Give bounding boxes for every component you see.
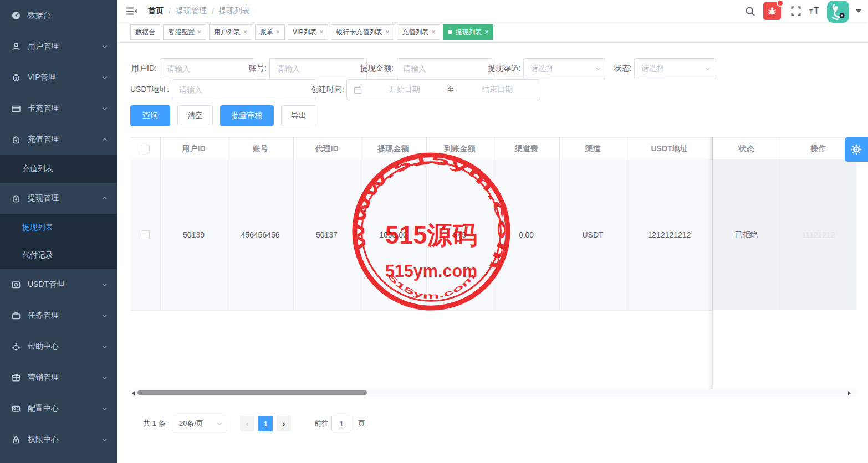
tag-dashboard[interactable]: 数据台 [130,24,160,40]
sidebar-subitem-recharge-list[interactable]: 充值列表 [0,155,117,183]
page-size-select[interactable]: 20条/页 [172,416,227,431]
chevron-down-icon [101,312,108,319]
horizontal-scrollbar[interactable] [130,389,856,397]
column-header-agent-id: 代理ID [294,138,360,160]
tag-vip-list[interactable]: VIP列表× [288,24,328,40]
sidebar-item-help[interactable]: 帮助中心 [0,331,117,362]
tag-close-icon[interactable]: × [484,29,488,35]
sidebar-item-marketing[interactable]: 营销管理 [0,362,117,393]
cell-channel-fee: 0.00 [493,159,560,310]
tag-close-icon[interactable]: × [385,29,389,35]
query-button[interactable]: 查询 [130,105,170,126]
status-select[interactable]: 请选择 [634,58,716,79]
tag-label: 账单 [260,28,273,37]
sidebar-item-label: 提现管理 [28,193,101,203]
user-icon [11,42,21,52]
tag-close-icon[interactable]: × [431,29,435,35]
batch-review-button[interactable]: 批量审核 [220,105,274,126]
active-tag-dot [448,30,452,34]
column-header-usdt-address: USDT地址 [626,138,713,160]
export-button[interactable]: 导出 [281,105,316,126]
search-icon [744,6,756,17]
chevron-down-icon [101,43,108,50]
column-header-channel-fee: 渠道费 [493,138,560,160]
chevron-down-icon [101,374,108,381]
sidebar-subitem-withdraw-list[interactable]: 提现列表 [0,214,117,241]
tag-close-icon[interactable]: × [319,29,323,35]
sidebar-item-withdraw[interactable]: 提现管理 [0,183,117,214]
navbar: 首页 / 提现管理 / 提现列表 TT [117,0,868,22]
avatar-image [827,1,849,23]
create-time-label: 创建时间: [307,79,344,99]
sidebar-item-permissions[interactable]: 权限中心 [0,424,117,455]
chevron-up-icon [101,195,108,202]
avatar-dropdown-caret[interactable] [856,9,861,13]
date-end-placeholder: 结束日期 [455,85,540,95]
svg-text:T: T [809,8,813,15]
withdraw-amount-input[interactable] [396,58,493,79]
usdt-address-label: USDT地址: [129,79,169,99]
sidebar-item-card-recharge[interactable]: 卡充管理 [0,93,117,124]
withdraw-channel-select[interactable]: 请选择 [523,58,606,79]
row-checkbox[interactable] [141,230,150,239]
hamburger-icon [126,6,137,17]
horizontal-scrollbar-thumb[interactable] [137,390,367,395]
sidebar-item-usdt[interactable]: USDT管理 [0,269,117,300]
tag-user-list[interactable]: 用户列表× [209,24,252,40]
sidebar-item-tasks[interactable]: 任务管理 [0,300,117,331]
table-row[interactable]: 50139 456456456 50137 1000.00 945 0.00 U… [130,159,856,311]
scroll-right-arrow-icon[interactable] [848,391,851,395]
svg-text:T: T [814,6,819,16]
sidebar-item-recharge[interactable]: 充值管理 [0,124,117,155]
sidebar-item-label: 数据台 [28,11,108,20]
avatar[interactable] [827,1,849,23]
tag-close-icon[interactable]: × [243,29,247,35]
sidebar-item-label: 充值管理 [28,135,101,145]
scroll-left-arrow-icon[interactable] [132,391,135,395]
usdt-icon [11,280,21,290]
withdraw-amount-label: 提现金额: [358,58,394,78]
chevron-down-icon [101,74,108,81]
header-select-all-cell [130,138,161,160]
clear-button[interactable]: 清空 [177,105,213,126]
chevron-down-icon [595,65,601,72]
sidebar-subitem-label: 充值列表 [22,164,53,174]
user-id-label: 用户ID: [129,58,157,78]
tag-bank-card-recharge-list[interactable]: 银行卡充值列表× [331,24,394,40]
next-page-button[interactable]: › [277,416,291,431]
sidebar-subitem-payment-records[interactable]: 代付记录 [0,241,117,269]
prev-page-button[interactable]: ‹ [240,416,254,431]
usdt-address-input[interactable] [172,79,316,100]
chevron-down-icon [101,436,108,443]
sidebar-item-label: 卡充管理 [28,104,101,114]
fullscreen-icon [790,6,801,17]
settings-panel-button[interactable] [845,137,868,162]
tag-close-icon[interactable]: × [276,29,280,35]
chevron-down-icon [101,105,108,112]
page-unit-label: 页 [358,419,365,428]
card-icon [11,104,21,114]
sidebar-item-vip[interactable]: 1 VIP管理 [0,62,117,93]
tag-withdraw-list-active[interactable]: 提现列表× [443,24,493,40]
caret-down-icon [856,9,861,13]
goto-page-input[interactable] [331,416,351,431]
column-header-channel: 渠道 [560,138,626,160]
select-all-checkbox[interactable] [141,145,150,153]
page-number-1[interactable]: 1 [258,416,273,431]
tag-service-config[interactable]: 客服配置× [163,24,206,40]
fullscreen-button[interactable] [789,4,803,18]
column-header-status: 状态 [713,138,780,160]
sidebar-item-users[interactable]: 用户管理 [0,31,117,62]
user-id-input[interactable] [160,58,256,79]
sidebar-collapse-button[interactable] [125,4,138,18]
tag-close-icon[interactable]: × [197,29,201,35]
tag-recharge-list[interactable]: 充值列表× [397,24,440,40]
sidebar-item-config[interactable]: 配置中心 [0,393,117,424]
create-time-range-picker[interactable]: 开始日期 至 结束日期 [346,79,540,100]
sidebar-item-dashboard[interactable]: 数据台 [0,0,117,31]
header-search-button[interactable] [743,4,757,18]
account-input[interactable] [269,58,367,79]
breadcrumb-home[interactable]: 首页 [148,6,164,16]
tag-bills[interactable]: 账单× [255,24,285,40]
font-size-button[interactable]: TT [808,4,821,18]
